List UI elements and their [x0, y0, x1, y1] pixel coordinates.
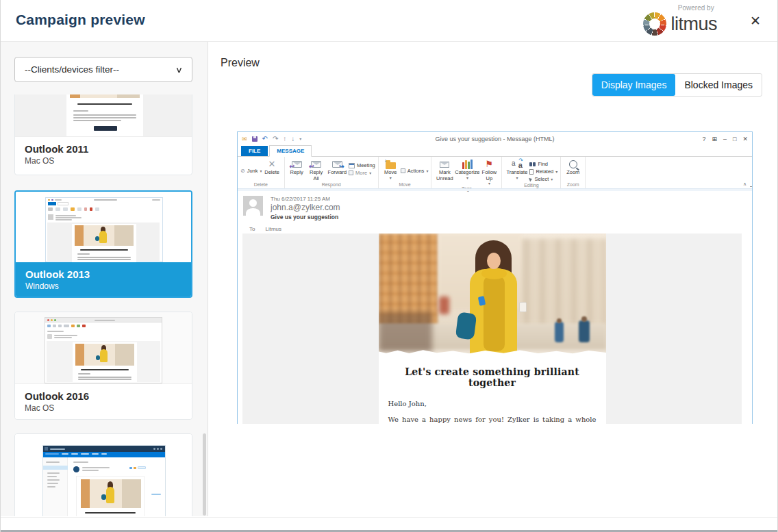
- delete-x-icon: ✕: [268, 159, 276, 170]
- email-paragraph: We have a happy news for you! Zylker is …: [388, 415, 597, 424]
- ribbon-group-delete: ⊘ Junk ▾ ✕ Delete Delete: [238, 157, 285, 188]
- delete-button: ✕ Delete: [263, 159, 281, 176]
- translate-button: aa↷ Translate ▾: [505, 159, 529, 181]
- campaign-preview-modal: { "modal": { "title": "Campaign preview"…: [0, 0, 778, 532]
- thumbnail-outlook-2011: [15, 94, 192, 136]
- group-label-respond: Respond: [288, 182, 375, 188]
- client-name: Outlook 2011: [25, 143, 182, 155]
- actions-icon: [401, 168, 405, 173]
- outlook-titlebar: ✉ ↶ ↷ ↑ ↓ ▾ Give us your suggestion - Me…: [238, 132, 752, 145]
- image-toggle-group: Display Images Blocked Images: [592, 73, 762, 97]
- outlook-preview-window: ✉ ↶ ↷ ↑ ↓ ▾ Give us your suggestion - Me…: [237, 131, 753, 424]
- more-button: More ▾: [349, 169, 375, 177]
- reply-icon: ↩: [292, 161, 302, 168]
- powered-by-label: Powered by: [678, 4, 714, 12]
- message-to-row: To Litmus: [243, 220, 752, 232]
- email-greeting: Hello John,: [388, 400, 597, 407]
- close-window-icon: ✕: [742, 136, 748, 142]
- to-value: Litmus: [265, 226, 281, 232]
- preview-pane: Preview Display Images Blocked Images ✉ …: [209, 42, 777, 517]
- group-label-delete: Delete: [240, 182, 281, 188]
- ribbon-group-respond: ↩ Reply ↩ Reply All ↪ Forward Me: [285, 157, 379, 188]
- find-icon: [529, 162, 536, 166]
- client-card-outlook-2011[interactable]: Outlook 2011 Mac OS: [14, 94, 192, 175]
- more-icon: [349, 170, 353, 175]
- outlook-window-title: Give us your suggestion - Message (HTML): [238, 136, 752, 142]
- collapse-ribbon-icon: ∧: [743, 181, 746, 187]
- ribbon: ⊘ Junk ▾ ✕ Delete Delete ↩: [238, 157, 752, 188]
- filter-value: --Clients/devices filter--: [25, 64, 119, 75]
- to-label: To: [249, 226, 255, 232]
- display-images-button[interactable]: Display Images: [592, 74, 676, 96]
- reply-all-button: ↩ Reply All: [307, 159, 326, 181]
- thumbnail-outlook-web: [15, 434, 192, 516]
- sender-avatar: [243, 196, 263, 216]
- ribbon-options-icon: ⊞: [712, 136, 717, 142]
- litmus-wheel-icon: [643, 12, 666, 36]
- ribbon-group-move: ↓ Move ▾ Actions ▾ Move: [379, 157, 432, 188]
- zoom-magnifier-icon: [569, 160, 577, 168]
- ribbon-group-tags: Mark Unread Categorize ▾ ⚑ Follow Up ▾: [431, 157, 502, 188]
- reply-button: ↩ Reply: [288, 159, 306, 176]
- restore-icon: □: [733, 136, 736, 142]
- select-button: Select ▾: [529, 175, 557, 183]
- client-card-outlook-2016[interactable]: Outlook 2016 Mac OS: [14, 312, 192, 420]
- reply-all-icon: ↩: [311, 161, 321, 168]
- ribbon-group-zoom: Zoom Zoom: [561, 157, 586, 188]
- email-body-canvas: Let's create something brilliant togethe…: [242, 233, 742, 424]
- group-label-zoom: Zoom: [564, 182, 582, 188]
- chevron-down-icon: ∨: [175, 65, 183, 75]
- related-button: Related ▾: [529, 168, 557, 175]
- outlook-window-controls: ? ⊞ – □ ✕: [702, 136, 748, 142]
- junk-icon: ⊘: [240, 168, 245, 174]
- preview-heading: Preview: [221, 57, 260, 69]
- mark-unread-icon: [440, 162, 449, 168]
- minimize-icon: –: [723, 136, 727, 142]
- meeting-button: Meeting: [349, 162, 375, 169]
- thumbnail-outlook-2013: [16, 192, 191, 262]
- client-card-list: Outlook 2011 Mac OS: [1, 94, 208, 516]
- find-button: Find: [529, 160, 557, 168]
- mark-unread-button: Mark Unread: [434, 159, 455, 181]
- move-button: ↓ Move ▾: [381, 159, 400, 181]
- follow-up-button: ⚑ Follow Up ▾: [479, 159, 499, 186]
- client-os: Mac OS: [25, 156, 182, 166]
- help-icon: ?: [702, 136, 705, 142]
- clients-devices-filter-select[interactable]: --Clients/devices filter-- ∨: [14, 57, 192, 82]
- related-icon: [529, 169, 534, 175]
- group-label-move: Move: [381, 182, 429, 188]
- client-os: Windows: [25, 281, 181, 291]
- ribbon-group-editing: aa↷ Translate ▾ Find Related ▾: [502, 157, 561, 188]
- litmus-branding: Powered by litmus: [643, 4, 717, 36]
- page-title: Campaign preview: [16, 12, 145, 28]
- client-sidebar: --Clients/devices filter-- ∨: [1, 42, 208, 516]
- client-name: Outlook 2016: [25, 390, 182, 402]
- message-from: john.a@zylker.com: [271, 203, 752, 212]
- client-name: Outlook 2013: [25, 268, 181, 280]
- sidebar-scrollbar[interactable]: [203, 433, 206, 516]
- categorize-button: Categorize ▾: [455, 159, 479, 181]
- select-cursor-icon: [529, 177, 533, 181]
- forward-icon: ↪: [332, 161, 342, 168]
- email-body: Let's create something brilliant togethe…: [379, 357, 606, 424]
- tab-file: FILE: [241, 146, 268, 156]
- message-datetime: Thu 6/22/2017 11:25 AM: [271, 196, 752, 202]
- tags-dialog-launcher-icon: [750, 183, 753, 187]
- email-heading: Let's create something brilliant togethe…: [388, 366, 597, 388]
- junk-button: ⊘ Junk ▾: [240, 167, 262, 175]
- meeting-icon: [349, 163, 355, 168]
- thumbnail-outlook-2016: [15, 312, 192, 383]
- modal-header: Campaign preview Powered by litmus ✕: [1, 0, 777, 42]
- follow-up-flag-icon: ⚑: [486, 159, 494, 170]
- categorize-icon: [462, 160, 473, 169]
- client-card-outlook-web[interactable]: [14, 433, 192, 516]
- forward-button: ↪ Forward: [327, 159, 349, 176]
- message-header: Thu 6/22/2017 11:25 AM john.a@zylker.com…: [238, 191, 752, 232]
- move-folder-icon: ↓: [386, 162, 396, 169]
- blocked-images-button[interactable]: Blocked Images: [675, 74, 762, 96]
- close-icon[interactable]: ✕: [750, 14, 761, 27]
- client-card-outlook-2013[interactable]: Outlook 2013 Windows: [14, 190, 192, 298]
- litmus-wordmark: litmus: [670, 14, 717, 35]
- tab-message: MESSAGE: [269, 145, 312, 157]
- email-hero-image: [379, 233, 606, 357]
